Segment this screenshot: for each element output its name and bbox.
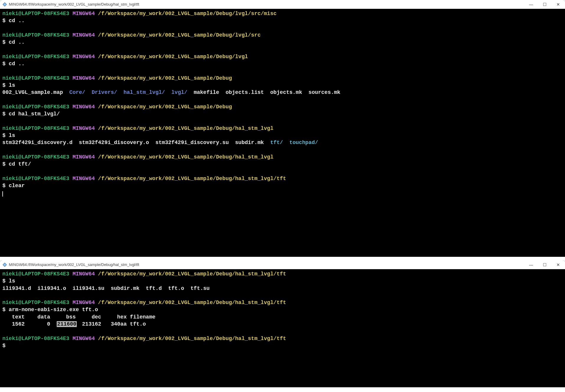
user-host: nieki@LAPTOP-08FKS4E3	[2, 11, 69, 17]
cwd-path: /f/Workspace/my_work/002_LVGL_sample/Deb…	[98, 125, 273, 131]
env-label: MINGW64	[73, 11, 95, 17]
user-host: nieki@LAPTOP-08FKS4E3	[2, 125, 69, 131]
close-button[interactable]: ✕	[551, 260, 565, 269]
user-host: nieki@LAPTOP-08FKS4E3	[2, 32, 69, 38]
ls-item	[229, 140, 235, 146]
ls-item	[73, 140, 79, 146]
ls-item	[264, 140, 270, 146]
ls-output: ili9341.d ili9341.o ili9341.su subdir.mk…	[2, 285, 563, 292]
ls-item	[187, 89, 194, 95]
command-line: $ cd tft/	[2, 161, 563, 168]
maximize-button[interactable]: ☐	[538, 0, 551, 9]
cwd-path: /f/Workspace/my_work/002_LVGL_sample/Deb…	[98, 11, 277, 17]
ls-item	[85, 89, 92, 95]
ls-output: stm32f429i_discovery.d stm32f429i_discov…	[2, 139, 563, 146]
ls-item: Core/	[69, 89, 85, 95]
prompt-line: nieki@LAPTOP-08FKS4E3 MINGW64 /f/Workspa…	[2, 53, 563, 60]
env-label: MINGW64	[73, 32, 95, 38]
prompt-line: nieki@LAPTOP-08FKS4E3 MINGW64 /f/Workspa…	[2, 103, 563, 110]
minimize-button[interactable]: —	[524, 0, 538, 9]
prompt-line: nieki@LAPTOP-08FKS4E3 MINGW64 /f/Workspa…	[2, 270, 563, 277]
user-host: nieki@LAPTOP-08FKS4E3	[2, 54, 69, 60]
ls-item: lvgl/	[172, 89, 187, 95]
user-host: nieki@LAPTOP-08FKS4E3	[2, 271, 69, 277]
cwd-path: /f/Workspace/my_work/002_LVGL_sample/Deb…	[98, 154, 273, 160]
cwd-path: /f/Workspace/my_work/002_LVGL_sample/Deb…	[98, 300, 286, 306]
mingw-icon	[2, 262, 7, 267]
user-host: nieki@LAPTOP-08FKS4E3	[2, 154, 69, 160]
prompt-line: nieki@LAPTOP-08FKS4E3 MINGW64 /f/Workspa…	[2, 125, 563, 132]
ls-item: stm32f429i_discovery.su	[156, 140, 229, 146]
window-title: MINGW64:/f/Workspace/my_work/002_LVGL_sa…	[9, 2, 139, 6]
prompt-line: nieki@LAPTOP-08FKS4E3 MINGW64 /f/Workspa…	[2, 10, 563, 17]
size-row: 1562 0 211600 213162 340aa tft.o	[2, 321, 563, 328]
minimize-button[interactable]: —	[524, 260, 538, 269]
maximize-button[interactable]: ☐	[538, 260, 551, 269]
ls-item	[149, 140, 156, 146]
ls-item: makefile	[194, 89, 219, 95]
command-line: $ cd hal_stm_lvgl/	[2, 110, 563, 117]
cwd-path: /f/Workspace/my_work/002_LVGL_sample/Deb…	[98, 75, 232, 81]
env-label: MINGW64	[73, 104, 95, 110]
ls-item	[219, 89, 226, 95]
command-line: $ ls	[2, 132, 563, 139]
command-line: $ ls	[2, 277, 563, 285]
ls-item: sources.mk	[308, 89, 340, 95]
command-line: $ clear	[2, 182, 563, 189]
close-button[interactable]: ✕	[551, 0, 565, 9]
terminal-window-1: MINGW64:/f/Workspace/my_work/002_LVGL_sa…	[0, 0, 565, 257]
ls-item: tft/	[270, 140, 283, 146]
env-label: MINGW64	[73, 154, 95, 160]
command-line: $ cd ..	[2, 60, 563, 67]
prompt-line: nieki@LAPTOP-08FKS4E3 MINGW64 /f/Workspa…	[2, 335, 563, 342]
cwd-path: /f/Workspace/my_work/002_LVGL_sample/Deb…	[98, 104, 232, 110]
prompt-line: nieki@LAPTOP-08FKS4E3 MINGW64 /f/Workspa…	[2, 175, 563, 182]
titlebar-left: MINGW64:/f/Workspace/my_work/002_LVGL_sa…	[0, 2, 139, 7]
user-host: nieki@LAPTOP-08FKS4E3	[2, 75, 69, 81]
ls-item	[283, 140, 290, 146]
user-host: nieki@LAPTOP-08FKS4E3	[2, 104, 69, 110]
prompt-line: nieki@LAPTOP-08FKS4E3 MINGW64 /f/Workspa…	[2, 299, 563, 306]
window-controls: — ☐ ✕	[524, 0, 565, 9]
ls-item: hal_stm_lvgl/	[124, 89, 165, 95]
ls-item	[302, 89, 308, 95]
ls-item	[117, 89, 124, 95]
ls-item: touchpad/	[289, 140, 318, 146]
titlebar[interactable]: MINGW64:/f/Workspace/my_work/002_LVGL_sa…	[0, 260, 565, 269]
titlebar-left: MINGW64:/f/Workspace/my_work/002_LVGL_sa…	[0, 262, 139, 267]
user-host: nieki@LAPTOP-08FKS4E3	[2, 300, 69, 306]
cwd-path: /f/Workspace/my_work/002_LVGL_sample/Deb…	[98, 271, 286, 277]
user-host: nieki@LAPTOP-08FKS4E3	[2, 176, 69, 182]
ls-item	[63, 89, 69, 95]
window-controls: — ☐ ✕	[524, 260, 565, 269]
env-label: MINGW64	[73, 271, 95, 277]
ls-item: stm32f429i_discovery.d	[2, 140, 73, 146]
terminal-body[interactable]: nieki@LAPTOP-08FKS4E3 MINGW64 /f/Workspa…	[0, 269, 565, 387]
env-label: MINGW64	[73, 54, 95, 60]
cwd-path: /f/Workspace/my_work/002_LVGL_sample/Deb…	[98, 176, 286, 182]
command-line: $ arm-none-eabi-size.exe tft.o	[2, 306, 563, 313]
cursor	[2, 189, 563, 196]
size-header: text data bss dec hex filename	[2, 313, 563, 321]
cwd-path: /f/Workspace/my_work/002_LVGL_sample/Deb…	[98, 336, 286, 342]
command-line: $	[2, 342, 563, 349]
env-label: MINGW64	[73, 300, 95, 306]
ls-item: objects.list	[226, 89, 264, 95]
window-title: MINGW64:/f/Workspace/my_work/002_LVGL_sa…	[9, 262, 139, 267]
terminal-window-2: MINGW64:/f/Workspace/my_work/002_LVGL_sa…	[0, 260, 565, 387]
command-line: $ ls	[2, 82, 563, 89]
ls-item: objects.mk	[270, 89, 302, 95]
ls-item: 002_LVGL_sample.map	[2, 89, 63, 95]
ls-item	[165, 89, 172, 95]
command-line: $ cd ..	[2, 39, 563, 46]
terminal-body[interactable]: nieki@LAPTOP-08FKS4E3 MINGW64 /f/Workspa…	[0, 9, 565, 257]
env-label: MINGW64	[73, 125, 95, 131]
ls-item: stm32f429i_discovery.o	[79, 140, 149, 146]
titlebar[interactable]: MINGW64:/f/Workspace/my_work/002_LVGL_sa…	[0, 0, 565, 9]
ls-item: Drivers/	[92, 89, 117, 95]
env-label: MINGW64	[73, 75, 95, 81]
prompt-line: nieki@LAPTOP-08FKS4E3 MINGW64 /f/Workspa…	[2, 153, 563, 161]
ls-output: 002_LVGL_sample.map Core/ Drivers/ hal_s…	[2, 89, 563, 96]
prompt-line: nieki@LAPTOP-08FKS4E3 MINGW64 /f/Workspa…	[2, 32, 563, 39]
prompt-line: nieki@LAPTOP-08FKS4E3 MINGW64 /f/Workspa…	[2, 75, 563, 82]
